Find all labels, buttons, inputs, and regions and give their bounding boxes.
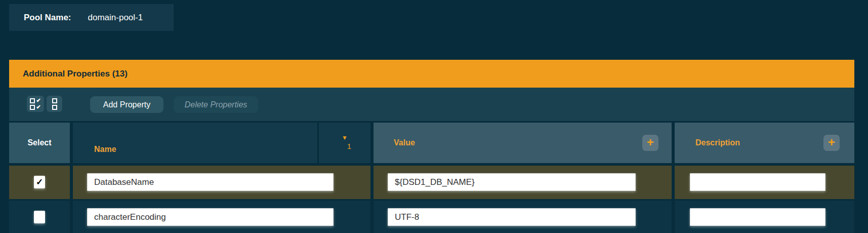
- delete-properties-button[interactable]: Delete Properties: [174, 96, 258, 113]
- row-checkbox-checked[interactable]: ✓: [34, 176, 45, 188]
- column-header-select-label: Select: [27, 138, 51, 147]
- additional-properties-title: Additional Properties (13): [23, 69, 128, 79]
- value-input[interactable]: [388, 208, 636, 226]
- column-header-description-label: Description: [695, 138, 740, 147]
- checkmark-icon: ✓: [36, 177, 43, 187]
- name-input[interactable]: [87, 173, 334, 191]
- description-input[interactable]: [690, 173, 825, 191]
- table-row: ✓: [9, 166, 854, 199]
- sort-indicator[interactable]: ▼ 1: [319, 123, 370, 163]
- plus-icon: +: [828, 135, 835, 149]
- column-header-value[interactable]: Value +: [374, 123, 672, 163]
- select-all-button[interactable]: ✔ ✔: [27, 96, 44, 112]
- deselect-all-icon: [52, 98, 57, 110]
- table-header-row: Select Name ▼ 1 Value + Description +: [9, 123, 854, 163]
- column-header-description[interactable]: Description +: [675, 123, 854, 163]
- additional-properties-header: Additional Properties (13): [9, 60, 854, 88]
- value-column-add-button[interactable]: +: [642, 135, 658, 151]
- value-input[interactable]: [388, 173, 636, 191]
- column-header-name[interactable]: Name: [73, 123, 317, 163]
- plus-icon: +: [647, 135, 654, 149]
- description-column-add-button[interactable]: +: [823, 135, 840, 151]
- sort-descending-icon: ▼: [342, 135, 348, 140]
- pool-name-box: Pool Name: domain-pool-1: [9, 4, 174, 31]
- select-all-icon: ✔ ✔: [30, 98, 40, 110]
- pool-name-label: Pool Name:: [24, 13, 71, 23]
- deselect-all-button[interactable]: [47, 96, 62, 112]
- sort-order-number: 1: [347, 142, 351, 150]
- table-row: [9, 201, 854, 233]
- column-header-value-label: Value: [394, 138, 415, 147]
- description-input[interactable]: [690, 208, 825, 226]
- properties-toolbar: ✔ ✔ Add Property Delete Properties: [9, 88, 854, 121]
- row-checkbox-unchecked[interactable]: [34, 211, 45, 223]
- page: Pool Name: domain-pool-1 Additional Prop…: [0, 0, 868, 233]
- add-property-button[interactable]: Add Property: [90, 96, 163, 113]
- pool-name-value: domain-pool-1: [88, 13, 143, 23]
- column-header-name-label: Name: [94, 145, 116, 154]
- column-header-select: Select: [9, 123, 70, 163]
- name-input[interactable]: [87, 208, 334, 226]
